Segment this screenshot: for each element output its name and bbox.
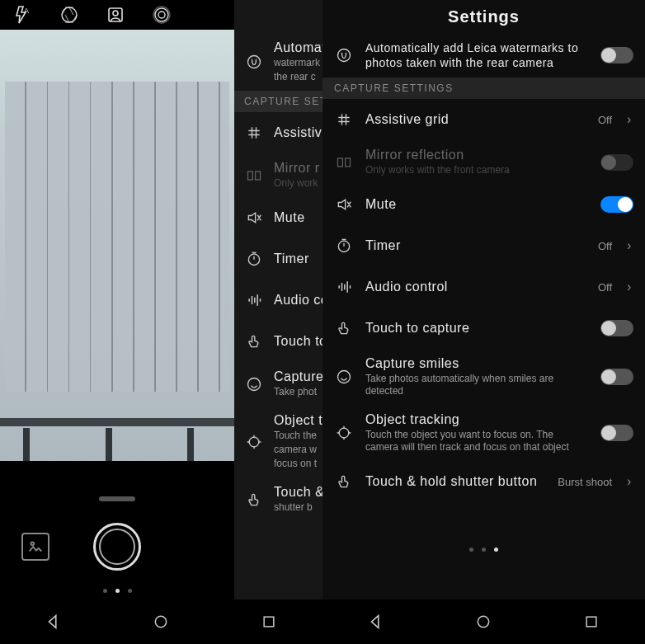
row-label: Capture — [274, 369, 322, 384]
mute-icon — [244, 208, 264, 228]
svg-point-20 — [338, 371, 351, 383]
target-icon — [244, 432, 264, 452]
chevron-right-icon: › — [627, 112, 633, 127]
settings-row-mirror: Mirror rOnly work — [234, 153, 322, 197]
settings-row-audio[interactable]: Audio control Off › — [322, 266, 645, 308]
settings-row-timer[interactable]: Timer — [234, 238, 322, 280]
row-label: Mute — [274, 210, 322, 225]
row-sub: camera w — [274, 444, 322, 456]
svg-point-14 — [156, 616, 167, 627]
settings-panel-partial[interactable]: Automatically watermark the rear c CAPTU… — [234, 0, 322, 599]
grid-icon — [244, 123, 264, 143]
toggle-mute[interactable] — [600, 196, 633, 213]
row-value: Burst shoot — [558, 476, 612, 488]
row-sub: Only works with the front camera — [365, 164, 589, 176]
toggle-tracking[interactable] — [600, 425, 633, 441]
nav-recents-icon[interactable] — [580, 610, 603, 633]
effects-icon[interactable] — [150, 3, 173, 26]
smile-icon — [244, 374, 264, 394]
portrait-icon[interactable] — [104, 3, 127, 26]
settings-list[interactable]: Automatically add Leica watermarks to ph… — [322, 33, 645, 599]
row-sub: the rear c — [274, 71, 322, 83]
row-label: Mirror r — [274, 161, 322, 176]
nav-home-icon[interactable] — [149, 610, 172, 633]
row-label: Automatically — [274, 40, 322, 55]
settings-row-smiles[interactable]: CaptureTake phot — [234, 362, 322, 406]
settings-row-timer[interactable]: Timer Off › — [322, 225, 645, 266]
section-header-capture: CAPTURE SETTINGS — [234, 91, 322, 112]
mirror-icon — [334, 153, 354, 172]
grid-icon — [334, 110, 354, 129]
row-label: Touch to capture — [365, 321, 589, 336]
row-sub: watermark — [274, 57, 322, 69]
settings-row-tracking[interactable]: Object tTouch thecamera wfocus on t — [234, 406, 322, 477]
gallery-thumbnail-icon[interactable] — [21, 533, 49, 561]
target-icon — [334, 423, 354, 443]
toggle-smiles[interactable] — [600, 369, 633, 385]
android-navbar — [0, 599, 322, 644]
row-label: Audio co — [274, 293, 322, 308]
svg-rect-9 — [248, 172, 253, 180]
settings-title: Settings — [322, 0, 645, 33]
settings-row-watermark[interactable]: Automatically watermark the rear c — [234, 33, 322, 91]
settings-row-touchcapture[interactable]: Touch to — [234, 321, 322, 362]
nav-back-icon[interactable] — [42, 610, 65, 633]
settings-row-smiles[interactable]: Capture smilesTake photos automatically … — [322, 349, 645, 405]
touch-icon — [244, 331, 264, 351]
row-label: Touch & hold shutter button — [365, 474, 546, 489]
toggle-watermark[interactable] — [600, 47, 633, 63]
settings-row-touchcapture[interactable]: Touch to capture — [322, 308, 645, 349]
svg-point-5 — [155, 8, 168, 21]
settings-row-mute[interactable]: Mute — [234, 197, 322, 238]
nav-recents-icon[interactable] — [257, 610, 280, 633]
svg-text:A: A — [24, 7, 29, 15]
chevron-right-icon: › — [627, 280, 633, 294]
nav-home-icon[interactable] — [472, 610, 495, 633]
shutter-button[interactable] — [93, 523, 141, 571]
timer-icon — [334, 236, 354, 256]
svg-rect-23 — [586, 617, 596, 627]
flash-auto-icon[interactable]: A — [12, 3, 35, 26]
svg-point-21 — [339, 429, 349, 439]
settings-page-dots — [322, 548, 645, 552]
camera-mode-dots — [0, 589, 234, 593]
svg-point-7 — [31, 543, 35, 546]
settings-row-watermark[interactable]: Automatically add Leica watermarks to ph… — [322, 33, 645, 78]
settings-row-mirror: Mirror reflectionOnly works with the fro… — [322, 140, 645, 184]
svg-rect-18 — [346, 158, 351, 167]
smile-icon — [334, 367, 354, 387]
svg-rect-17 — [338, 158, 343, 167]
row-label: Assistive grid — [365, 112, 586, 127]
svg-point-13 — [249, 437, 259, 447]
svg-rect-15 — [264, 617, 274, 627]
settings-panel[interactable]: Settings Automatically add Leica waterma… — [322, 0, 645, 599]
row-sub: Touch the — [274, 430, 322, 442]
svg-point-3 — [113, 11, 118, 16]
svg-point-12 — [248, 378, 261, 390]
settings-row-touchhold[interactable]: Touch & hold shutter button Burst shoot … — [322, 461, 645, 502]
settings-row-tracking[interactable]: Object trackingTouch the object you want… — [322, 405, 645, 461]
section-header-capture: CAPTURE SETTINGS — [322, 78, 645, 99]
toggle-touchcapture[interactable] — [600, 320, 633, 336]
aperture-icon[interactable] — [58, 3, 81, 26]
svg-point-16 — [338, 49, 351, 62]
settings-row-grid[interactable]: Assistiv — [234, 112, 322, 153]
modes-drawer-handle[interactable] — [99, 496, 135, 501]
row-label: Touch to — [274, 334, 322, 349]
touch-hold-icon — [244, 490, 264, 510]
settings-row-mute[interactable]: Mute — [322, 184, 645, 225]
nav-back-icon[interactable] — [365, 610, 388, 633]
settings-row-audio[interactable]: Audio co — [234, 280, 322, 321]
row-sub: shutter b — [274, 501, 322, 514]
row-label: Mirror reflection — [365, 148, 589, 162]
audio-icon — [244, 290, 264, 310]
row-label: Automatically add Leica watermarks to ph… — [365, 40, 589, 70]
row-label: Object t — [274, 413, 322, 428]
camera-viewfinder[interactable] — [0, 30, 234, 461]
row-label: Audio control — [365, 280, 586, 294]
watermark-icon — [244, 52, 264, 72]
watermark-icon — [334, 45, 354, 65]
settings-row-grid[interactable]: Assistive grid Off › — [322, 99, 645, 140]
settings-row-touchhold[interactable]: Touch &shutter b — [234, 477, 322, 521]
mute-icon — [334, 195, 354, 214]
